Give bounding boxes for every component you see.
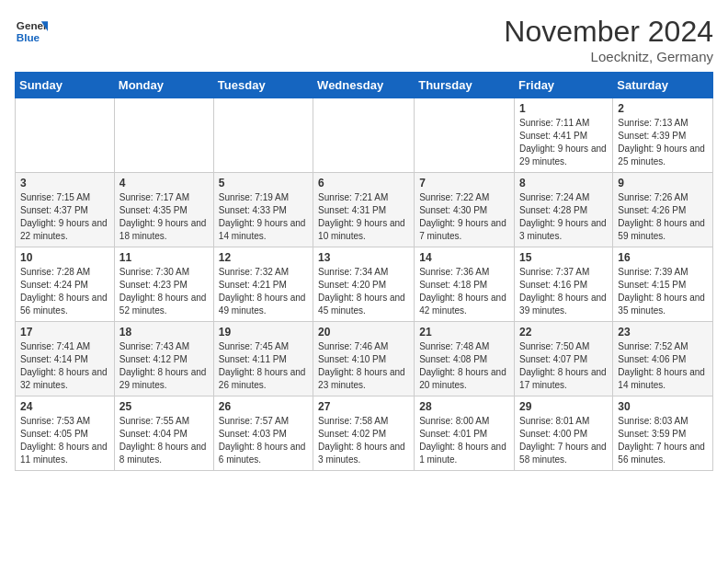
calendar-cell: 2Sunrise: 7:13 AM Sunset: 4:39 PM Daylig…	[613, 98, 713, 173]
day-number: 4	[119, 177, 209, 190]
weekday-header: Sunday	[16, 73, 115, 98]
calendar-cell: 3Sunrise: 7:15 AM Sunset: 4:37 PM Daylig…	[16, 173, 115, 247]
calendar-cell: 11Sunrise: 7:30 AM Sunset: 4:23 PM Dayli…	[114, 247, 213, 322]
day-number: 12	[219, 251, 308, 264]
day-info: Sunrise: 7:21 AM Sunset: 4:31 PM Dayligh…	[318, 191, 409, 243]
day-info: Sunrise: 7:24 AM Sunset: 4:28 PM Dayligh…	[519, 191, 608, 243]
day-number: 17	[20, 326, 109, 339]
calendar-cell: 23Sunrise: 7:52 AM Sunset: 4:06 PM Dayli…	[613, 322, 713, 396]
day-number: 7	[419, 177, 509, 190]
day-info: Sunrise: 7:58 AM Sunset: 4:02 PM Dayligh…	[318, 415, 409, 466]
calendar-week-row: 24Sunrise: 7:53 AM Sunset: 4:05 PM Dayli…	[16, 396, 713, 471]
title-block: November 2024 Loecknitz, Germany	[504, 15, 713, 64]
day-info: Sunrise: 7:57 AM Sunset: 4:03 PM Dayligh…	[219, 415, 308, 466]
day-info: Sunrise: 7:45 AM Sunset: 4:11 PM Dayligh…	[219, 340, 308, 392]
calendar-cell: 28Sunrise: 8:00 AM Sunset: 4:01 PM Dayli…	[415, 396, 515, 471]
day-info: Sunrise: 7:22 AM Sunset: 4:30 PM Dayligh…	[419, 191, 509, 243]
calendar-cell: 15Sunrise: 7:37 AM Sunset: 4:16 PM Dayli…	[515, 247, 613, 322]
day-number: 11	[119, 251, 209, 264]
calendar-week-row: 3Sunrise: 7:15 AM Sunset: 4:37 PM Daylig…	[16, 173, 713, 247]
calendar-week-row: 17Sunrise: 7:41 AM Sunset: 4:14 PM Dayli…	[16, 322, 713, 396]
day-info: Sunrise: 7:55 AM Sunset: 4:04 PM Dayligh…	[119, 415, 209, 466]
day-info: Sunrise: 7:41 AM Sunset: 4:14 PM Dayligh…	[20, 340, 109, 392]
day-number: 19	[219, 326, 308, 339]
calendar-cell: 10Sunrise: 7:28 AM Sunset: 4:24 PM Dayli…	[16, 247, 115, 322]
weekday-header: Monday	[114, 73, 213, 98]
calendar-cell: 25Sunrise: 7:55 AM Sunset: 4:04 PM Dayli…	[114, 396, 213, 471]
svg-text:Blue: Blue	[17, 31, 40, 43]
calendar-week-row: 1Sunrise: 7:11 AM Sunset: 4:41 PM Daylig…	[16, 98, 713, 173]
day-info: Sunrise: 8:01 AM Sunset: 4:00 PM Dayligh…	[519, 415, 608, 466]
calendar-cell: 30Sunrise: 8:03 AM Sunset: 3:59 PM Dayli…	[613, 396, 713, 471]
day-number: 5	[219, 177, 308, 190]
calendar-cell: 16Sunrise: 7:39 AM Sunset: 4:15 PM Dayli…	[613, 247, 713, 322]
calendar-cell: 21Sunrise: 7:48 AM Sunset: 4:08 PM Dayli…	[415, 322, 515, 396]
calendar-cell	[313, 98, 415, 173]
calendar-cell	[415, 98, 515, 173]
calendar-cell: 29Sunrise: 8:01 AM Sunset: 4:00 PM Dayli…	[515, 396, 613, 471]
calendar-header-row: SundayMondayTuesdayWednesdayThursdayFrid…	[16, 73, 713, 98]
day-info: Sunrise: 7:32 AM Sunset: 4:21 PM Dayligh…	[219, 266, 308, 317]
day-info: Sunrise: 7:15 AM Sunset: 4:37 PM Dayligh…	[20, 191, 109, 243]
day-number: 16	[618, 251, 708, 264]
day-number: 13	[318, 251, 409, 264]
calendar-cell: 9Sunrise: 7:26 AM Sunset: 4:26 PM Daylig…	[613, 173, 713, 247]
day-number: 26	[219, 400, 308, 413]
day-info: Sunrise: 7:13 AM Sunset: 4:39 PM Dayligh…	[618, 117, 708, 168]
weekday-header: Thursday	[415, 73, 515, 98]
day-info: Sunrise: 7:30 AM Sunset: 4:23 PM Dayligh…	[119, 266, 209, 317]
calendar-cell: 19Sunrise: 7:45 AM Sunset: 4:11 PM Dayli…	[213, 322, 313, 396]
svg-text:General: General	[17, 19, 48, 31]
weekday-header: Wednesday	[313, 73, 415, 98]
day-info: Sunrise: 7:17 AM Sunset: 4:35 PM Dayligh…	[119, 191, 209, 243]
day-info: Sunrise: 7:43 AM Sunset: 4:12 PM Dayligh…	[119, 340, 209, 392]
calendar-cell: 20Sunrise: 7:46 AM Sunset: 4:10 PM Dayli…	[313, 322, 415, 396]
day-number: 15	[519, 251, 608, 264]
month-title: November 2024	[504, 15, 713, 49]
day-info: Sunrise: 7:37 AM Sunset: 4:16 PM Dayligh…	[519, 266, 608, 317]
calendar-cell	[213, 98, 313, 173]
weekday-header: Friday	[515, 73, 613, 98]
weekday-header: Tuesday	[213, 73, 313, 98]
calendar-cell: 24Sunrise: 7:53 AM Sunset: 4:05 PM Dayli…	[16, 396, 115, 471]
location: Loecknitz, Germany	[504, 49, 713, 64]
day-info: Sunrise: 7:46 AM Sunset: 4:10 PM Dayligh…	[318, 340, 409, 392]
day-number: 18	[119, 326, 209, 339]
day-number: 30	[618, 400, 708, 413]
weekday-header: Saturday	[613, 73, 713, 98]
day-info: Sunrise: 7:34 AM Sunset: 4:20 PM Dayligh…	[318, 266, 409, 317]
day-number: 2	[618, 102, 708, 115]
day-number: 28	[419, 400, 509, 413]
day-info: Sunrise: 7:48 AM Sunset: 4:08 PM Dayligh…	[419, 340, 509, 392]
calendar-cell: 5Sunrise: 7:19 AM Sunset: 4:33 PM Daylig…	[213, 173, 313, 247]
day-number: 10	[20, 251, 109, 264]
day-info: Sunrise: 7:19 AM Sunset: 4:33 PM Dayligh…	[219, 191, 308, 243]
day-number: 24	[20, 400, 109, 413]
calendar-cell	[114, 98, 213, 173]
day-number: 27	[318, 400, 409, 413]
day-info: Sunrise: 8:00 AM Sunset: 4:01 PM Dayligh…	[419, 415, 509, 466]
calendar-cell: 1Sunrise: 7:11 AM Sunset: 4:41 PM Daylig…	[515, 98, 613, 173]
calendar-cell: 6Sunrise: 7:21 AM Sunset: 4:31 PM Daylig…	[313, 173, 415, 247]
calendar-cell: 4Sunrise: 7:17 AM Sunset: 4:35 PM Daylig…	[114, 173, 213, 247]
day-info: Sunrise: 7:50 AM Sunset: 4:07 PM Dayligh…	[519, 340, 608, 392]
day-number: 8	[519, 177, 608, 190]
day-info: Sunrise: 7:36 AM Sunset: 4:18 PM Dayligh…	[419, 266, 509, 317]
day-number: 25	[119, 400, 209, 413]
day-number: 6	[318, 177, 409, 190]
day-info: Sunrise: 7:28 AM Sunset: 4:24 PM Dayligh…	[20, 266, 109, 317]
logo: General Blue	[15, 15, 48, 48]
day-number: 3	[20, 177, 109, 190]
calendar-cell: 7Sunrise: 7:22 AM Sunset: 4:30 PM Daylig…	[415, 173, 515, 247]
calendar-cell: 12Sunrise: 7:32 AM Sunset: 4:21 PM Dayli…	[213, 247, 313, 322]
day-info: Sunrise: 7:11 AM Sunset: 4:41 PM Dayligh…	[519, 117, 608, 168]
calendar-cell: 27Sunrise: 7:58 AM Sunset: 4:02 PM Dayli…	[313, 396, 415, 471]
header: General Blue November 2024 Loecknitz, Ge…	[15, 15, 713, 64]
calendar-cell: 26Sunrise: 7:57 AM Sunset: 4:03 PM Dayli…	[213, 396, 313, 471]
day-number: 29	[519, 400, 608, 413]
day-number: 1	[519, 102, 608, 115]
day-number: 22	[519, 326, 608, 339]
day-number: 14	[419, 251, 509, 264]
day-info: Sunrise: 7:52 AM Sunset: 4:06 PM Dayligh…	[618, 340, 708, 392]
calendar-cell: 17Sunrise: 7:41 AM Sunset: 4:14 PM Dayli…	[16, 322, 115, 396]
